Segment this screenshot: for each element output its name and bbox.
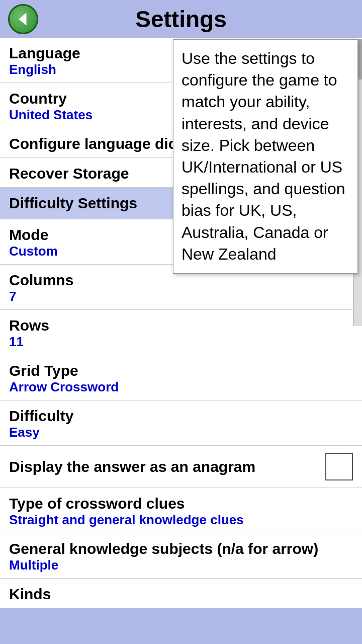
anagram-setting[interactable]: Display the answer as an anagram [0,446,362,488]
grid-type-label: Grid Type [9,362,353,379]
header: Settings [0,0,362,38]
difficulty-label: Difficulty [9,408,353,425]
kinds-label: Kinds [9,586,353,603]
difficulty-value: Easy [9,425,353,440]
general-knowledge-value: Multiple [9,557,353,573]
difficulty-setting[interactable]: Difficulty Easy [0,400,362,446]
clues-value: Straight and general knowledge clues [9,512,353,528]
kinds-setting[interactable]: Kinds [0,579,362,608]
clues-setting[interactable]: Type of crossword clues Straight and gen… [0,488,362,533]
tooltip-popup: Use the settings to configure the game t… [173,39,358,274]
svg-marker-0 [19,13,26,25]
anagram-checkbox[interactable] [325,453,353,480]
back-button[interactable] [8,4,38,34]
rows-label: Rows [9,317,353,334]
page-title: Settings [38,6,324,33]
anagram-label: Display the answer as an anagram [9,458,325,475]
general-knowledge-setting[interactable]: General knowledge subjects (n/a for arro… [0,533,362,579]
columns-value: 7 [9,289,353,304]
tooltip-text: Use the settings to configure the game t… [182,48,349,265]
rows-value: 11 [9,334,353,350]
rows-setting[interactable]: Rows 11 [0,310,362,355]
general-knowledge-label: General knowledge subjects (n/a for arro… [9,540,353,557]
grid-type-value: Arrow Crossword [9,379,353,395]
columns-label: Columns [9,272,353,289]
clues-label: Type of crossword clues [9,495,353,512]
grid-type-setting[interactable]: Grid Type Arrow Crossword [0,355,362,400]
